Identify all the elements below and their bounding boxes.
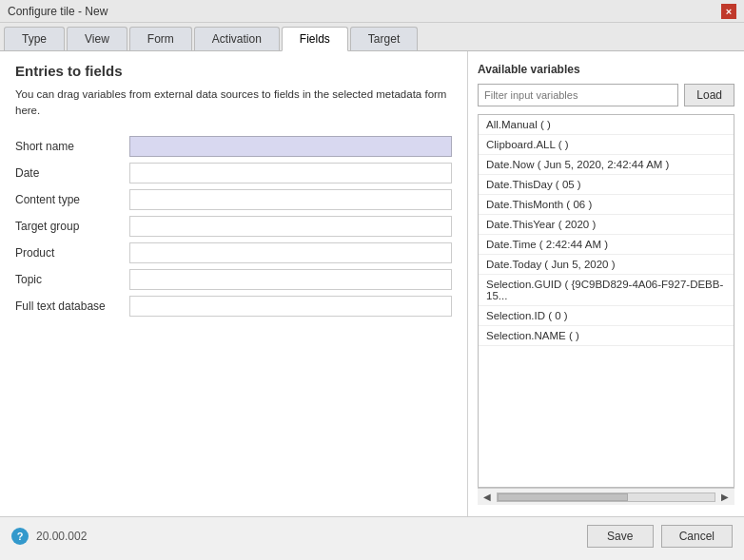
- tab-fields[interactable]: Fields: [282, 27, 348, 51]
- field-input-product[interactable]: [129, 242, 452, 263]
- tab-form[interactable]: Form: [129, 27, 192, 50]
- main-content: Entries to fields You can drag variables…: [0, 51, 744, 516]
- field-input-short-name[interactable]: [129, 136, 452, 157]
- table-row: Target group: [15, 213, 452, 240]
- field-input-date[interactable]: [129, 163, 452, 183]
- list-item[interactable]: Date.ThisYear ( 2020 ): [479, 215, 734, 235]
- table-row: Date: [15, 160, 452, 186]
- window-title: Configure tile - New: [8, 5, 108, 18]
- list-item[interactable]: Date.ThisMonth ( 06 ): [479, 195, 734, 215]
- filter-input[interactable]: [478, 84, 678, 106]
- list-item[interactable]: Clipboard.ALL ( ): [479, 135, 734, 155]
- help-icon[interactable]: ?: [11, 528, 29, 545]
- field-input-content-type[interactable]: [129, 189, 452, 210]
- left-panel: Entries to fields You can drag variables…: [0, 51, 468, 516]
- table-row: Topic: [15, 266, 452, 293]
- scroll-thumb: [498, 493, 628, 501]
- table-row: Product: [15, 240, 452, 266]
- variables-list: All.Manual ( )Clipboard.ALL ( )Date.Now …: [478, 114, 734, 488]
- list-item[interactable]: All.Manual ( ): [479, 115, 734, 135]
- field-label: Product: [15, 240, 129, 266]
- field-input-full-text-database[interactable]: [129, 296, 452, 317]
- title-bar: Configure tile - New ×: [0, 0, 744, 23]
- field-label: Target group: [15, 213, 129, 240]
- right-panel-heading: Available variables: [478, 63, 734, 76]
- field-label: Full text database: [15, 293, 129, 319]
- version-text: 20.00.002: [36, 530, 87, 543]
- list-item[interactable]: Selection.GUID ( {9C9BD829-4A06-F927-DEB…: [479, 275, 734, 306]
- footer: ? 20.00.002 Save Cancel: [0, 516, 744, 554]
- tabs-bar: TypeViewFormActivationFieldsTarget: [0, 23, 744, 51]
- list-item[interactable]: Date.ThisDay ( 05 ): [479, 175, 734, 195]
- list-item[interactable]: Selection.ID ( 0 ): [479, 306, 734, 326]
- footer-left: ? 20.00.002: [11, 528, 87, 545]
- field-input-topic[interactable]: [129, 269, 452, 290]
- list-item[interactable]: Date.Today ( Jun 5, 2020 ): [479, 255, 734, 275]
- field-label: Content type: [15, 186, 129, 213]
- list-item[interactable]: Date.Time ( 2:42:44 AM ): [479, 235, 734, 255]
- tab-view[interactable]: View: [67, 27, 127, 50]
- field-input-target-group[interactable]: [129, 216, 452, 237]
- table-row: Short name: [15, 133, 452, 160]
- field-label: Short name: [15, 133, 129, 160]
- scroll-track[interactable]: [497, 492, 715, 502]
- left-panel-heading: Entries to fields: [15, 63, 452, 79]
- scroll-right-arrow[interactable]: ▶: [717, 492, 733, 502]
- scroll-left-arrow[interactable]: ◀: [480, 492, 495, 502]
- load-button[interactable]: Load: [684, 84, 734, 106]
- tab-activation[interactable]: Activation: [194, 27, 280, 50]
- cancel-button[interactable]: Cancel: [661, 525, 733, 548]
- save-button[interactable]: Save: [587, 525, 654, 548]
- list-item[interactable]: Date.Now ( Jun 5, 2020, 2:42:44 AM ): [479, 155, 734, 175]
- table-row: Content type: [15, 186, 452, 213]
- table-row: Full text database: [15, 293, 452, 319]
- tab-target[interactable]: Target: [350, 27, 418, 50]
- description-text: You can drag variables from external dat…: [15, 87, 452, 120]
- fields-table: Short nameDateContent typeTarget groupPr…: [15, 133, 452, 319]
- list-item[interactable]: Selection.NAME ( ): [479, 326, 734, 346]
- right-panel: Available variables Load All.Manual ( )C…: [468, 51, 744, 516]
- footer-buttons: Save Cancel: [587, 525, 733, 548]
- scrollbar: ◀ ▶: [478, 488, 734, 505]
- filter-row: Load: [478, 84, 734, 106]
- field-label: Topic: [15, 266, 129, 293]
- field-label: Date: [15, 160, 129, 186]
- close-button[interactable]: ×: [721, 4, 736, 19]
- tab-type[interactable]: Type: [4, 27, 65, 50]
